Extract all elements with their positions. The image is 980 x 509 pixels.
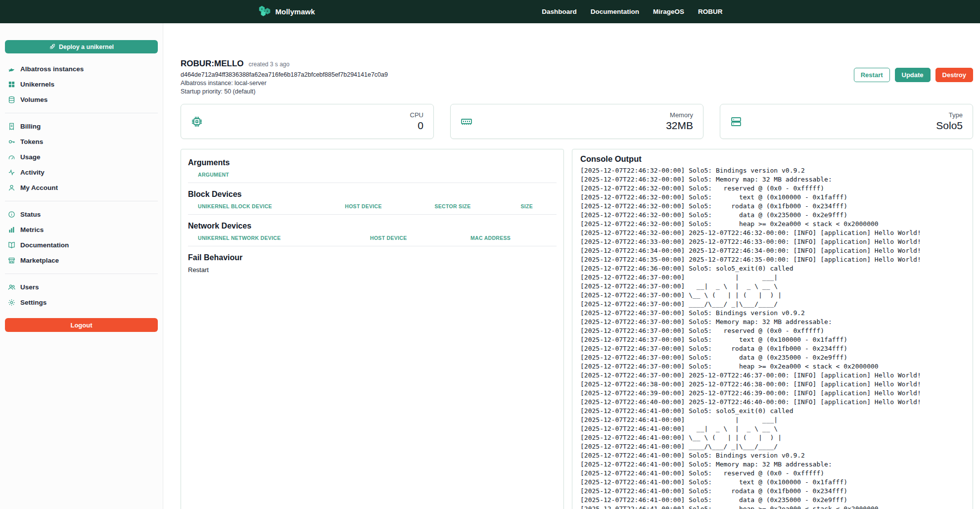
logout-button[interactable]: Logout xyxy=(5,318,158,332)
page-layout: Deploy a unikernel Albatross instances U… xyxy=(0,23,980,509)
column-header: Unikernel Network Device xyxy=(198,235,370,241)
cpu-icon xyxy=(191,116,203,128)
top-navbar: Mollymawk Dashboard Documentation Mirage… xyxy=(0,0,980,23)
sidebar-item-status[interactable]: Status xyxy=(5,207,158,222)
memory-value: 32MB xyxy=(666,120,693,132)
sidebar-item-activity[interactable]: Activity xyxy=(5,165,158,180)
memory-card: Memory 32MB xyxy=(450,104,703,139)
page-title: ROBUR:MELLO xyxy=(181,59,243,69)
sidebar-item-label: Tokens xyxy=(20,138,43,145)
fail-behaviour-value: Restart xyxy=(188,266,557,274)
nav-link-documentation[interactable]: Documentation xyxy=(591,8,639,15)
console-line: [2025-12-07T22:46:37-00:00] Solo5: rodat… xyxy=(580,344,965,353)
arguments-heading: Arguments xyxy=(188,158,557,167)
sidebar-item-label: Documentation xyxy=(20,241,69,249)
sidebar-item-unikernels[interactable]: Unikernels xyxy=(5,77,158,92)
column-header: Sector Size xyxy=(435,203,521,209)
sidebar-item-tokens[interactable]: Tokens xyxy=(5,134,158,149)
console-line: [2025-12-07T22:46:36-00:00] Solo5: solo5… xyxy=(580,264,965,273)
block-devices-heading: Block Devices xyxy=(188,190,557,199)
console-line: [2025-12-07T22:46:33-00:00] 2025-12-07T2… xyxy=(580,237,965,246)
console-line: [2025-12-07T22:46:41-00:00] Solo5: heap … xyxy=(580,505,965,509)
console-line: [2025-12-07T22:46:41-00:00] __| _ \ | _ … xyxy=(580,424,965,433)
console-line: [2025-12-07T22:46:41-00:00] Solo5: text … xyxy=(580,478,965,487)
deploy-unikernel-button[interactable]: Deploy a unikernel xyxy=(5,40,158,53)
brand[interactable]: Mollymawk xyxy=(258,5,315,19)
column-header: Unikernel Block Device xyxy=(198,203,345,209)
albatross-icon xyxy=(8,65,15,73)
console-line: [2025-12-07T22:46:41-00:00] Solo5: solo5… xyxy=(580,407,965,416)
sidebar-item-metrics[interactable]: Metrics xyxy=(5,222,158,237)
sidebar-item-my-account[interactable]: My Account xyxy=(5,180,158,195)
users-icon xyxy=(8,283,15,291)
sidebar-item-marketplace[interactable]: Marketplace xyxy=(5,253,158,268)
sidebar-item-albatross-instances[interactable]: Albatross instances xyxy=(5,61,158,77)
console-line: [2025-12-07T22:46:32-00:00] Solo5: Memor… xyxy=(580,175,965,184)
console-line: [2025-12-07T22:46:32-00:00] 2025-12-07T2… xyxy=(580,229,965,237)
usage-icon xyxy=(8,153,15,161)
sidebar-item-label: Metrics xyxy=(20,226,44,233)
created-ago-text: created 3 s ago xyxy=(248,61,289,68)
sidebar-item-usage[interactable]: Usage xyxy=(5,149,158,165)
console-line: [2025-12-07T22:46:32-00:00] Solo5: text … xyxy=(580,193,965,202)
console-line: [2025-12-07T22:46:35-00:00] 2025-12-07T2… xyxy=(580,255,965,264)
status-icon xyxy=(8,211,15,218)
console-line: [2025-12-07T22:46:37-00:00] __| _ \ | _ … xyxy=(580,282,965,291)
console-line: [2025-12-07T22:46:37-00:00] \__ \ ( | | … xyxy=(580,291,965,300)
content-columns: Arguments Argument Block Devices Unikern… xyxy=(181,149,973,509)
console-line: [2025-12-07T22:46:41-00:00] \__ \ ( | | … xyxy=(580,433,965,442)
console-panel: Console Output [2025-12-07T22:46:32-00:0… xyxy=(572,149,973,509)
main-content: ROBUR:MELLO created 3 s ago d464de712a94… xyxy=(163,23,980,509)
console-line: [2025-12-07T22:46:37-00:00] Solo5: heap … xyxy=(580,362,965,371)
sidebar-item-label: Marketplace xyxy=(20,257,59,264)
sidebar: Deploy a unikernel Albatross instances U… xyxy=(0,23,163,509)
console-line: [2025-12-07T22:46:37-00:00] Solo5: text … xyxy=(580,335,965,344)
console-line: [2025-12-07T22:46:41-00:00] Solo5: rodat… xyxy=(580,487,965,496)
console-line: [2025-12-07T22:46:37-00:00] Solo5: reser… xyxy=(580,326,965,335)
billing-icon xyxy=(8,123,15,130)
console-line: [2025-12-07T22:46:32-00:00] Solo5: reser… xyxy=(580,184,965,193)
console-log[interactable]: [2025-12-07T22:46:32-00:00] Solo5: Bindi… xyxy=(580,166,965,509)
sidebar-item-settings[interactable]: Settings xyxy=(5,295,158,310)
sidebar-item-documentation[interactable]: Documentation xyxy=(5,237,158,253)
console-line: [2025-12-07T22:46:41-00:00] Solo5: reser… xyxy=(580,469,965,478)
update-button[interactable]: Update xyxy=(895,68,931,82)
console-output-heading: Console Output xyxy=(580,154,965,164)
nav-link-dashboard[interactable]: Dashboard xyxy=(542,8,577,15)
unikernel-header: ROBUR:MELLO created 3 s ago d464de712a94… xyxy=(181,59,973,95)
sidebar-item-label: Users xyxy=(20,283,39,291)
console-line: [2025-12-07T22:46:41-00:00] | ___| xyxy=(580,416,965,424)
console-line: [2025-12-07T22:46:37-00:00] | ___| xyxy=(580,273,965,282)
destroy-button[interactable]: Destroy xyxy=(935,68,973,82)
type-icon xyxy=(730,116,742,128)
arguments-columns: Argument xyxy=(188,172,557,178)
column-header: Host Device xyxy=(370,235,470,241)
sidebar-item-billing[interactable]: Billing xyxy=(5,119,158,134)
sidebar-divider xyxy=(5,274,158,274)
sidebar-item-label: Billing xyxy=(20,123,41,130)
console-line: [2025-12-07T22:46:34-00:00] 2025-12-07T2… xyxy=(580,246,965,255)
console-line: [2025-12-07T22:46:32-00:00] Solo5: heap … xyxy=(580,220,965,229)
restart-button[interactable]: Restart xyxy=(854,68,890,82)
sidebar-item-volumes[interactable]: Volumes xyxy=(5,92,158,107)
nav-link-mirageos[interactable]: MirageOS xyxy=(653,8,684,15)
sidebar-item-users[interactable]: Users xyxy=(5,279,158,295)
sidebar-item-label: Settings xyxy=(20,299,47,306)
sidebar-item-label: Unikernels xyxy=(20,81,54,88)
startup-priority-text: Startup priority: 50 (default) xyxy=(181,88,973,95)
section-divider xyxy=(188,183,557,183)
console-line: [2025-12-07T22:46:32-00:00] Solo5: rodat… xyxy=(580,202,965,211)
marketplace-icon xyxy=(8,257,15,264)
console-line: [2025-12-07T22:46:40-00:00] 2025-12-07T2… xyxy=(580,398,965,407)
console-line: [2025-12-07T22:46:41-00:00] Solo5: data … xyxy=(580,496,965,505)
unikernel-actions: Restart Update Destroy xyxy=(854,68,973,82)
column-header: Size xyxy=(521,203,557,209)
type-value: Solo5 xyxy=(936,120,963,132)
volumes-icon xyxy=(8,96,15,103)
console-line: [2025-12-07T22:46:41-00:00] Solo5: Memor… xyxy=(580,460,965,469)
memory-icon xyxy=(461,116,472,128)
settings-icon xyxy=(8,299,15,306)
nav-links: Dashboard Documentation MirageOS ROBUR xyxy=(542,8,722,15)
nav-link-robur[interactable]: ROBUR xyxy=(698,8,723,15)
console-line: [2025-12-07T22:46:32-00:00] Solo5: data … xyxy=(580,211,965,220)
